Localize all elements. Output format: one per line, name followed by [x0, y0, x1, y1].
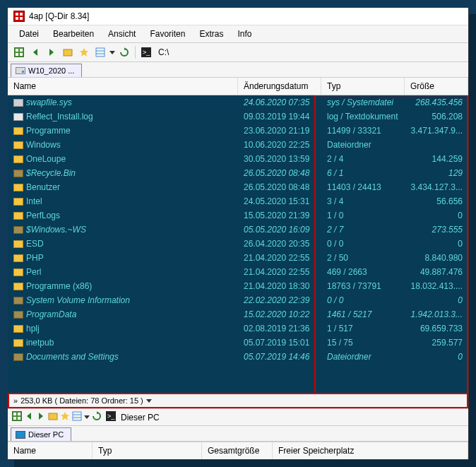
- file-icon: [13, 99, 23, 107]
- table-row[interactable]: Programme23.06.2020 21:1911499 / 333213.…: [8, 124, 468, 138]
- table-row[interactable]: OneLoupe30.05.2020 13:592 / 4144.259: [8, 152, 468, 166]
- table-row[interactable]: Programme (x86)21.04.2020 18:3018763 / 7…: [8, 279, 468, 293]
- table-row[interactable]: ESD26.04.2020 20:350 / 00: [8, 237, 468, 251]
- file-name: ESD: [26, 239, 44, 249]
- file-date: 05.07.2019 14:46: [238, 351, 321, 362]
- table-row[interactable]: $Recycle.Bin26.05.2020 08:486 / 1129: [8, 166, 468, 180]
- folder-icon: [13, 170, 23, 177]
- table-row[interactable]: Windows10.06.2020 22:25Dateiordner: [8, 138, 468, 152]
- folder-icon: [13, 311, 23, 319]
- table-row[interactable]: Benutzer26.05.2020 08:4811403 / 244133.4…: [8, 180, 468, 194]
- folder-icon: [13, 141, 23, 149]
- status-bar[interactable]: » 253,0 KB ( Dateien: 78 Ordner: 15 ): [8, 393, 468, 408]
- bheader-type[interactable]: Typ: [93, 442, 202, 459]
- menu-ansicht[interactable]: Ansicht: [101, 27, 143, 41]
- favorites-icon[interactable]: [77, 45, 91, 59]
- file-size: 69.659.733: [405, 323, 468, 334]
- app-window: 4ap [Q-Dir 8.34] Datei Bearbeiten Ansich…: [7, 7, 469, 460]
- file-size: 144.259: [405, 153, 468, 165]
- monitor-icon: [16, 431, 25, 439]
- header-size[interactable]: Größe: [405, 78, 468, 95]
- menubar: Datei Bearbeiten Ansicht Favoriten Extra…: [8, 25, 468, 43]
- table-row[interactable]: ProgramData15.02.2020 10:221461 / 52171.…: [8, 307, 468, 321]
- file-size: 49.887.476: [405, 266, 468, 278]
- explorer-icon[interactable]: [61, 45, 75, 59]
- menu-extras[interactable]: Extras: [192, 27, 230, 41]
- folder-icon: [13, 353, 23, 361]
- file-date: 02.08.2019 21:36: [238, 323, 321, 334]
- favorites-icon[interactable]: [60, 411, 70, 423]
- file-type: 6 / 1: [321, 167, 405, 179]
- back-icon[interactable]: [28, 45, 42, 59]
- chevron-icon: »: [13, 396, 18, 405]
- layout-icon[interactable]: [12, 45, 26, 59]
- table-row[interactable]: PHP21.04.2020 22:552 / 508.840.980: [8, 251, 468, 265]
- file-name: Programme (x86): [26, 281, 92, 291]
- menu-bearbeiten[interactable]: Bearbeiten: [46, 27, 101, 41]
- file-size: 0: [405, 238, 468, 249]
- terminal-icon[interactable]: >_: [139, 45, 153, 59]
- file-date: 24.06.2020 07:35: [238, 97, 321, 108]
- file-date: 15.05.2020 21:39: [238, 210, 321, 221]
- forward-icon[interactable]: [36, 411, 46, 423]
- folder-icon: [13, 198, 23, 206]
- drive-icon: [16, 67, 25, 74]
- status-dropdown-icon[interactable]: [146, 399, 152, 403]
- column-headers: Name Änderungsdatum Typ Größe: [8, 78, 468, 95]
- file-type: 0 / 0: [321, 238, 405, 249]
- svg-rect-7: [16, 53, 18, 56]
- table-row[interactable]: Reflect_Install.log09.03.2019 19:44log /…: [8, 110, 468, 124]
- table-row[interactable]: Perl21.04.2020 22:55469 / 266349.887.476: [8, 265, 468, 279]
- file-size: 1.942.013.3...: [405, 309, 468, 320]
- svg-rect-20: [49, 413, 57, 420]
- bheader-free[interactable]: Freier Speicherplatz: [273, 442, 468, 459]
- file-date: 26.05.2020 08:48: [238, 182, 321, 193]
- file-type: log / Textdokument: [321, 111, 405, 122]
- refresh-icon[interactable]: [117, 45, 131, 59]
- forward-icon[interactable]: [44, 45, 59, 59]
- folder-icon: [13, 254, 23, 262]
- table-row[interactable]: $Windows.~WS05.05.2020 16:092 / 7273.555: [8, 223, 468, 237]
- file-name: Reflect_Install.log: [26, 112, 93, 122]
- menu-info[interactable]: Info: [230, 27, 258, 41]
- folder-icon: [13, 226, 23, 234]
- table-row[interactable]: inetpub05.07.2019 15:0115 / 75259.577: [8, 336, 468, 350]
- header-date[interactable]: Änderungsdatum: [238, 78, 321, 95]
- table-row[interactable]: hplj02.08.2019 21:361 / 51769.659.733: [8, 321, 468, 336]
- layout-icon[interactable]: [12, 411, 22, 423]
- back-icon[interactable]: [24, 411, 34, 423]
- header-name[interactable]: Name: [8, 78, 238, 95]
- explorer-icon[interactable]: [48, 411, 58, 423]
- file-type: 2 / 7: [321, 224, 405, 235]
- tab-drive[interactable]: W10_2020 ...: [11, 64, 82, 77]
- file-name: $Recycle.Bin: [26, 168, 76, 178]
- view-dropdown-icon[interactable]: [109, 51, 115, 54]
- table-row[interactable]: swapfile.sys24.06.2020 07:35sys / System…: [8, 95, 468, 110]
- table-row[interactable]: Intel24.05.2020 15:313 / 456.656: [8, 194, 468, 208]
- folder-icon: [13, 240, 23, 248]
- table-row[interactable]: PerfLogs15.05.2020 21:391 / 00: [8, 208, 468, 223]
- tab-computer[interactable]: Dieser PC: [11, 427, 71, 441]
- refresh-icon[interactable]: [92, 411, 102, 423]
- view-icon[interactable]: [72, 411, 82, 423]
- svg-rect-1: [20, 13, 23, 16]
- file-date: 23.06.2020 21:19: [238, 125, 321, 136]
- view-dropdown-icon[interactable]: [84, 415, 90, 419]
- svg-rect-18: [13, 417, 16, 420]
- table-row[interactable]: Documents and Settings05.07.2019 14:46Da…: [8, 350, 468, 364]
- menu-favoriten[interactable]: Favoriten: [143, 27, 192, 41]
- file-date: 21.04.2020 22:55: [238, 252, 321, 264]
- main-toolbar: >_ C:\: [8, 43, 468, 62]
- file-size: 3.471.347.9...: [405, 125, 468, 136]
- file-list[interactable]: swapfile.sys24.06.2020 07:35sys / System…: [8, 95, 468, 393]
- terminal-icon[interactable]: >_: [106, 411, 116, 423]
- table-row[interactable]: System Volume Information22.02.2020 22:3…: [8, 293, 468, 307]
- header-type[interactable]: Typ: [321, 78, 405, 95]
- view-icon[interactable]: [93, 45, 107, 59]
- bheader-total[interactable]: Gesamtgröße: [202, 442, 273, 459]
- file-name: Windows: [26, 140, 61, 150]
- menu-datei[interactable]: Datei: [12, 27, 46, 41]
- file-type: 1 / 0: [321, 210, 405, 221]
- folder-icon: [13, 268, 23, 276]
- bheader-name[interactable]: Name: [8, 442, 93, 459]
